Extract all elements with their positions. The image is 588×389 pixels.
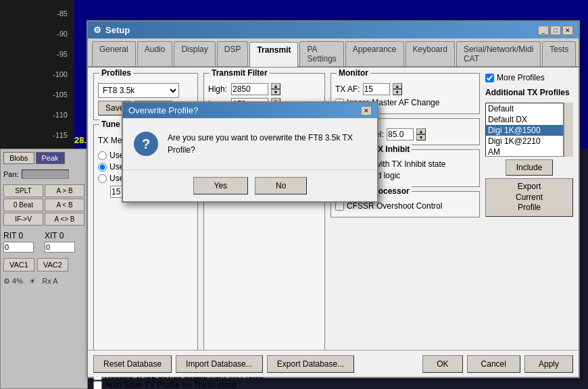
tab-serial-network[interactable]: Serial/Network/Midi CAT (456, 41, 541, 66)
info-icon: ? (134, 132, 158, 156)
tx-af-down[interactable]: ▼ (393, 89, 402, 95)
profiles-title: Profiles (99, 68, 133, 78)
export-database-button[interactable]: Export Database... (267, 355, 354, 373)
a-to-b-button[interactable]: A > B (45, 184, 84, 197)
vac1-button[interactable]: VAC1 (3, 258, 34, 271)
tx-af-row: TX AF: ▲ ▼ (335, 83, 475, 95)
pan-slider[interactable] (22, 170, 69, 179)
overwrite-dialog: Overwrite Profile? ✕ ? Are you sure you … (122, 101, 378, 203)
more-profiles-checkbox[interactable] (485, 74, 494, 82)
tab-tests[interactable]: Tests (542, 41, 576, 66)
xit-label: XIT 0 (45, 231, 84, 240)
more-profiles-label: More Profiles (497, 73, 545, 82)
close-button[interactable]: ✕ (562, 26, 573, 35)
rit-input[interactable] (3, 242, 34, 253)
profile-item-digi-1k-2210[interactable]: Digi 1K@2210 (486, 136, 563, 147)
apply-button[interactable]: Apply (524, 355, 573, 373)
import-database-button[interactable]: Import Database... (176, 355, 263, 373)
spectrum-label-3: -95 (3, 50, 71, 58)
fixed-drive-radio[interactable] (98, 174, 107, 183)
tab-transmit[interactable]: Transmit (249, 42, 298, 67)
vac2-button[interactable]: VAC2 (37, 258, 68, 271)
overwrite-yes-button[interactable]: Yes (193, 177, 249, 194)
high-filter-input[interactable] (231, 83, 268, 95)
more-profiles-row: More Profiles (485, 73, 573, 82)
tx-af-up[interactable]: ▲ (393, 83, 402, 89)
xit-input[interactable] (45, 242, 75, 253)
auto-save-close-checkbox[interactable] (93, 381, 102, 390)
auto-save-close-row: Auto Save TX Profile on Thetis close (93, 380, 573, 389)
profile-select[interactable]: FT8 3.5k (98, 83, 179, 98)
minimize-button[interactable]: _ (538, 26, 549, 35)
overwrite-content: ? Are you sure you want to overwrite the… (123, 118, 377, 170)
splt-button[interactable]: SPLT (3, 184, 43, 197)
peak-button[interactable]: Peak (36, 152, 65, 164)
beat-button[interactable]: 0 Beat (3, 199, 43, 211)
tune-title: Tune (99, 120, 122, 129)
restore-button[interactable]: □ (550, 26, 561, 35)
carrier-down[interactable]: ▼ (416, 134, 426, 140)
reset-database-button[interactable]: Reset Database (93, 355, 172, 373)
high-filter-row: High: ▲ ▼ (208, 83, 320, 95)
tabs-bar: General Audio Display DSP Transmit PA Se… (88, 38, 579, 68)
a-from-b-button[interactable]: A < B (45, 199, 84, 211)
tab-audio[interactable]: Audio (137, 41, 173, 66)
transmit-filter-title: Transmit Filter (210, 68, 270, 78)
profiles-listbox[interactable]: Default Default DX Digi 1K@1500 Digi 1K@… (485, 103, 564, 157)
profiles-scrollbar[interactable] (564, 103, 573, 157)
cfssr-checkbox[interactable] (335, 202, 344, 211)
spectrum-label-7: -115 (3, 131, 71, 139)
rx-label: ⚙ 4% ☀ Rx A (1, 274, 87, 288)
monitor-title: Monitor (337, 68, 370, 78)
carrier-up[interactable]: ▲ (416, 128, 426, 134)
cfssr-row: CFSSR Overshoot Control (335, 201, 475, 211)
titlebar-buttons: _ □ ✕ (538, 26, 573, 35)
dialog-footer: Reset Database Import Database... Export… (88, 350, 579, 377)
additional-profiles-title: Additional TX Profiles (485, 88, 573, 97)
export-current-profile-button[interactable]: ExportCurrentProfile (485, 178, 573, 217)
grid-buttons: SPLT A > B 0 Beat A < B IF->V A <> B (1, 182, 87, 228)
high-up-btn[interactable]: ▲ (271, 83, 280, 89)
profile-item-am[interactable]: AM (486, 147, 563, 157)
dialog-title: Setup (105, 25, 130, 35)
blobs-button[interactable]: Blobs (3, 152, 34, 164)
tab-general[interactable]: General (92, 41, 136, 66)
tx-af-input[interactable] (363, 83, 390, 95)
rit-xit-row: RIT 0 XIT 0 (1, 228, 87, 255)
vac-buttons: VAC1 VAC2 (1, 255, 87, 274)
spectrum-label-4: -100 (3, 70, 71, 78)
spectrum-label-1: -85 (3, 9, 71, 18)
tab-pa-settings[interactable]: PA Settings (299, 41, 343, 66)
overwrite-no-button[interactable]: No (255, 177, 307, 194)
tab-keyboard[interactable]: Keyboard (406, 41, 455, 66)
tab-dsp[interactable]: DSP (217, 41, 249, 66)
profile-item-default-dx[interactable]: Default DX (486, 114, 563, 125)
profile-item-default[interactable]: Default (486, 103, 563, 114)
ok-button[interactable]: OK (422, 355, 462, 373)
a-swap-b-button[interactable]: A <> B (45, 213, 84, 226)
ifv-button[interactable]: IF->V (3, 213, 43, 226)
overwrite-titlebar: Overwrite Profile? ✕ (123, 103, 377, 118)
tx-af-label: TX AF: (335, 84, 360, 94)
high-down-btn[interactable]: ▼ (271, 89, 280, 95)
tune-slider-radio[interactable] (98, 163, 107, 172)
cfssr-label: CFSSR Overshoot Control (347, 201, 442, 211)
pan-row: Pan: (1, 167, 87, 182)
carrier-input[interactable] (387, 128, 414, 140)
overwrite-buttons: Yes No (123, 170, 377, 201)
pan-label: Pan: (3, 170, 19, 178)
spectrum-label-5: -105 (3, 90, 71, 99)
auto-save-close-label: Auto Save TX Profile on Thetis close (105, 380, 237, 389)
profile-item-digi-1k-1500[interactable]: Digi 1K@1500 (486, 125, 563, 136)
col-far-right: More Profiles Additional TX Profiles Def… (485, 73, 573, 356)
cancel-button[interactable]: Cancel (467, 355, 520, 373)
overwrite-message: Are you sure you want to overwrite the F… (168, 132, 366, 156)
high-label: High: (208, 84, 228, 94)
drive-slider-radio[interactable] (98, 151, 107, 160)
include-button[interactable]: Include (506, 159, 553, 176)
overwrite-close-button[interactable]: ✕ (361, 106, 372, 115)
tab-appearance[interactable]: Appearance (345, 41, 404, 66)
tab-display[interactable]: Display (174, 41, 215, 66)
dialog-titlebar: ⚙ Setup _ □ ✕ (88, 22, 579, 38)
dialog-icon: ⚙ (93, 25, 101, 35)
